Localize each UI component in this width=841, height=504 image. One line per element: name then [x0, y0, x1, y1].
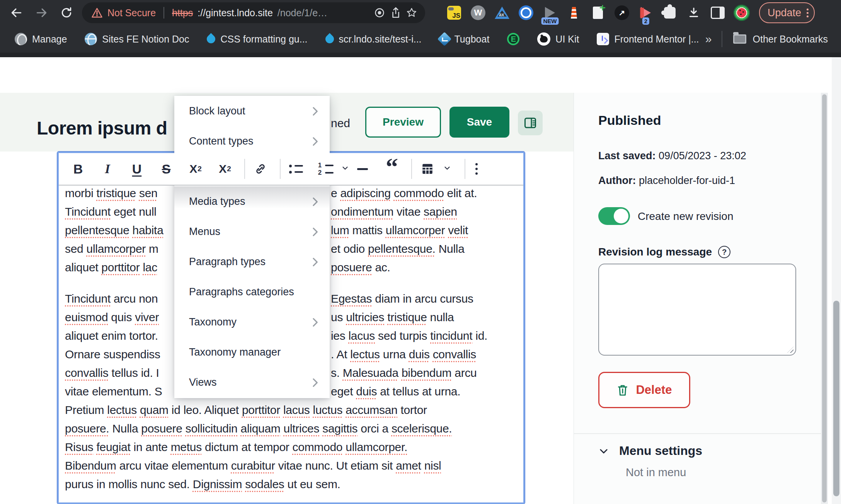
misspelled-word: sagittis — [322, 422, 358, 435]
misspelled-word: Tincidunt — [65, 205, 111, 218]
superscript-button[interactable]: X2 — [185, 158, 206, 180]
menu-item-paragraph-types[interactable]: Paragraph types — [174, 247, 330, 277]
insert-table-button[interactable] — [417, 158, 438, 180]
browser-back-button[interactable] — [7, 3, 26, 22]
delete-button[interactable]: Delete — [598, 372, 690, 408]
extensions-puzzle-icon[interactable] — [661, 4, 679, 22]
misspelled-word: curabitur — [231, 459, 275, 472]
menu-item-taxonomy[interactable]: Taxonomy — [174, 307, 330, 337]
chrome-update-button[interactable]: Update — [759, 2, 815, 23]
block-quote-button[interactable]: “ — [381, 158, 403, 180]
panel-layout-icon — [523, 116, 537, 130]
menu-item-label: Taxonomy manager — [189, 346, 281, 358]
browser-forward-button[interactable] — [32, 3, 51, 22]
misspelled-word: scelerisque. — [392, 422, 452, 435]
play-extension-icon[interactable]: NEW — [541, 4, 559, 22]
bookmark-ui-kit[interactable]: UI Kit — [537, 32, 579, 46]
bookmark-scr-lndo-site-test-i[interactable]: scr.lndo.site/test-i... — [325, 34, 422, 45]
chevron-down-icon[interactable] — [443, 164, 451, 174]
bookmark-item[interactable]: E — [507, 33, 519, 45]
menu-settings-accordion[interactable]: Menu settings — [598, 444, 702, 458]
eye-icon[interactable] — [373, 8, 386, 18]
share-icon[interactable] — [390, 7, 401, 19]
more-options-button[interactable] — [475, 163, 478, 175]
panel-scrollbar-thumb[interactable] — [822, 94, 827, 502]
menu-item-views[interactable]: Views — [174, 367, 330, 397]
misspelled-word: posuere — [141, 422, 182, 435]
menu-item-media-types[interactable]: Media types — [174, 186, 330, 216]
help-icon[interactable]: ? — [718, 246, 730, 258]
misspelled-word: sen — [139, 187, 157, 199]
chevron-down-icon[interactable] — [341, 164, 349, 174]
menu-item-paragraphs-categories[interactable]: Paragraphs categories — [174, 277, 330, 307]
sidebar-divider — [574, 433, 821, 434]
bulleted-list-button[interactable] — [285, 158, 307, 180]
bookmark-sites-fe-notion-doc[interactable]: Sites FE Notion Doc — [85, 33, 189, 45]
link-button[interactable] — [250, 158, 271, 180]
underline-button[interactable]: U — [126, 158, 148, 180]
subscript-button[interactable]: X2 — [214, 158, 236, 180]
text-fragment-right: ies lacus sed turpis tincidunt id. — [331, 327, 487, 345]
chevron-right-icon — [311, 107, 319, 119]
misspelled-word: posuere. — [65, 422, 109, 435]
revision-log-textarea[interactable] — [598, 264, 796, 356]
misspelled-word: duis — [409, 348, 430, 361]
window-scrollbar[interactable] — [832, 57, 841, 504]
bookmark-tugboat[interactable]: Tugboat — [439, 34, 490, 45]
pink-play-extension-icon[interactable]: 2 — [637, 4, 655, 22]
side-panel-icon[interactable] — [709, 4, 727, 22]
misspelled-word: Malesuada — [343, 366, 398, 379]
misspelled-word: tristique — [387, 311, 427, 324]
js-extension-icon[interactable]: JS — [445, 4, 463, 22]
preview-button[interactable]: Preview — [365, 107, 441, 138]
password-manager-icon[interactable] — [517, 4, 535, 22]
bookmarks-overflow-chevron[interactable]: » — [705, 32, 712, 46]
browser-reload-button[interactable] — [57, 3, 76, 22]
bookmark-manage[interactable]: Manage — [15, 33, 67, 45]
horizontal-rule-button[interactable] — [352, 158, 373, 180]
last-saved-row: Last saved: 09/05/2023 - 23:02 — [598, 150, 746, 162]
misspelled-word: lacus — [349, 329, 375, 342]
author-row: Author: placeholder-for-uid-1 — [598, 175, 735, 187]
other-bookmarks-button[interactable]: Other Bookmarks — [752, 34, 828, 45]
file-plus-extension-icon[interactable] — [589, 4, 607, 22]
chevron-right-icon — [311, 137, 319, 149]
ebadge-favicon-icon: E — [507, 33, 519, 45]
sidebar-toggle-button[interactable] — [518, 111, 543, 135]
misspelled-word: amet — [396, 459, 421, 472]
axe-extension-icon[interactable]: ax — [493, 4, 511, 22]
panel-scrollbar[interactable] — [821, 93, 828, 504]
misspelled-word: habita — [133, 224, 163, 237]
numbered-list-button[interactable]: 1 2 — [315, 158, 336, 180]
create-new-revision-toggle[interactable] — [598, 207, 630, 225]
bookmark-star-icon[interactable] — [406, 7, 417, 19]
strikethrough-button[interactable]: S — [155, 158, 177, 180]
bookmark-css-formatting-gu[interactable]: CSS formatting gu... — [207, 34, 307, 45]
misspelled-word: commodo — [394, 187, 444, 199]
editor-toolbar: B I U S X2 X2 1 2 — [59, 153, 523, 186]
toolbar-separator — [465, 159, 465, 179]
wave-extension-icon[interactable]: W — [469, 4, 487, 22]
lighthouse-extension-icon[interactable] — [565, 4, 583, 22]
misspelled-word: aliquam — [241, 422, 281, 435]
dark-circle-extension-icon[interactable]: ↗ — [613, 4, 631, 22]
window-scrollbar-thumb[interactable] — [833, 301, 839, 496]
menu-item-menus[interactable]: Menus — [174, 216, 330, 247]
bookmark-frontend-mentor[interactable]: Frontend Mentor |... — [597, 33, 699, 45]
resize-grip-icon[interactable] — [787, 347, 793, 353]
menu-item-content-types[interactable]: Content types — [174, 126, 330, 156]
profile-avatar[interactable] — [733, 4, 751, 22]
menu-item-block-layout[interactable]: Block layout — [174, 96, 330, 126]
italic-button[interactable]: I — [97, 158, 118, 180]
menu-item-taxonomy-manager[interactable]: Taxonomy manager — [174, 337, 330, 367]
address-bar[interactable]: Not Secure https ://gintest.lndo.site /n… — [82, 2, 425, 23]
bold-button[interactable]: B — [67, 158, 89, 180]
misspelled-word: lac — [143, 261, 157, 274]
folder-icon — [733, 34, 746, 44]
editor-text-line: purus in mollis nunc sed. Dignissim soda… — [65, 475, 516, 494]
menu-item-label: Taxonomy — [189, 316, 237, 328]
misspelled-word: nisl — [424, 459, 441, 472]
downloads-icon[interactable] — [685, 4, 703, 22]
misspelled-word: sapien — [424, 205, 457, 218]
save-button[interactable]: Save — [449, 107, 509, 138]
